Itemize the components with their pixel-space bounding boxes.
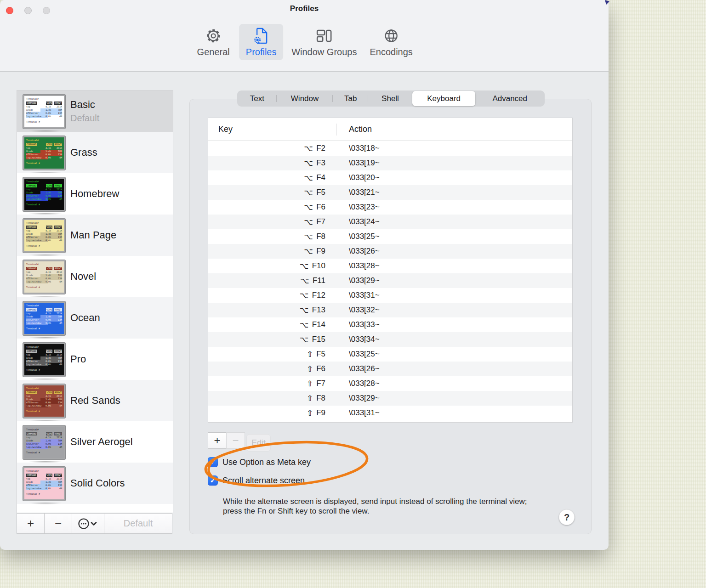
tab-tab[interactable]: Tab — [333, 91, 368, 106]
process-mem: 13M — [51, 236, 62, 239]
checked-checkbox[interactable]: ✓ — [208, 457, 218, 467]
profile-thumbnail: Terminal#COMMAND%CPURPRVTtop4.1%231KXcod… — [23, 177, 65, 211]
key-mapping-row[interactable]: ⌥F10\033[28~ — [208, 259, 572, 273]
column-divider[interactable] — [336, 124, 337, 136]
shift-key-icon: ⇧ — [307, 379, 313, 388]
profile-text: Red Sands — [70, 395, 120, 407]
profile-row-silver-aerogel[interactable]: Terminal#COMMAND%CPURPRVTtop4.1%231KXcod… — [17, 421, 173, 463]
shift-key-icon: ⇧ — [307, 408, 313, 418]
key-mapping-row[interactable]: ⌥F15\033[34~ — [208, 332, 572, 347]
key-mapping-row[interactable]: ⇧F9\033[31~ — [208, 406, 572, 420]
profile-row-ocean[interactable]: Terminal#COMMAND%CPURPRVTtop4.1%231KXcod… — [17, 297, 173, 339]
process-mem: 78M — [51, 108, 62, 112]
action-cell: \033[33~ — [325, 320, 380, 329]
thumbnail-title: Terminal# — [26, 221, 62, 225]
key-mapping-row[interactable]: ⇧F5\033[25~ — [208, 347, 572, 362]
key-mapping-row[interactable]: ⌥F12\033[31~ — [208, 288, 572, 303]
checkbox-row-use-option-as-meta-key[interactable]: ✓Use Option as Meta key — [208, 457, 311, 467]
key-mapping-row[interactable]: ⇧F6\033[26~ — [208, 362, 572, 376]
thumbnail-chip: RPRVT — [54, 308, 62, 311]
key-mapping-row[interactable]: ⌥F2\033[18~ — [208, 141, 572, 156]
thumbnail-process-row: ATSServer0.0%13M — [26, 277, 62, 280]
column-header-key[interactable]: Key — [208, 124, 233, 134]
thumbnail-chip: COMMAND — [26, 102, 37, 105]
profile-row-man-page[interactable]: Terminal#COMMAND%CPURPRVTtop4.1%231KXcod… — [17, 215, 173, 256]
key-cell: ⌥F14 — [208, 320, 325, 329]
thumbnail-chips: COMMAND%CPURPRVT — [26, 226, 62, 229]
key-mapping-row[interactable]: ⇧F7\033[28~ — [208, 376, 572, 391]
toolbar-item-profiles[interactable]: Profiles — [239, 24, 283, 60]
process-name: top — [26, 395, 42, 398]
thumbnail-process-row: Xcode1.4%78M — [26, 108, 62, 112]
toolbar-item-window-groups[interactable]: Window Groups — [287, 24, 361, 60]
table-header: Key Action — [208, 118, 572, 141]
process-cpu: 4.1% — [42, 229, 51, 232]
toolbar-item-general[interactable]: General — [191, 24, 235, 60]
tab-advanced[interactable]: Advanced — [475, 91, 544, 106]
thumbnail-chip: %CPU — [46, 474, 52, 477]
thumbnail-process-row: loginwindow0.0%4M — [26, 404, 62, 407]
process-cpu: 0.0% — [42, 322, 51, 325]
thumbnail-process-row: top4.1%231K — [26, 147, 62, 150]
option-key-icon: ⌥ — [304, 144, 313, 153]
tab-window[interactable]: Window — [277, 91, 333, 106]
key-mapping-row[interactable]: ⌥F9\033[26~ — [208, 244, 572, 259]
gear-icon — [204, 27, 222, 45]
key-mapping-row[interactable]: ⌥F11\033[29~ — [208, 273, 572, 288]
process-mem: 13M — [51, 277, 62, 280]
key-mapping-row[interactable]: ⌥F14\033[33~ — [208, 317, 572, 332]
profile-row-solid-colors[interactable]: Terminal#COMMAND%CPURPRVTtop4.1%231KXcod… — [17, 463, 173, 504]
profile-row-red-sands[interactable]: Terminal#COMMAND%CPURPRVTtop4.1%231KXcod… — [17, 380, 173, 421]
key-mapping-row[interactable]: ⌥F7\033[24~ — [208, 215, 572, 229]
thumbnail-chips: COMMAND%CPURPRVT — [26, 184, 62, 187]
process-mem: 231K — [51, 271, 62, 274]
key-mapping-row[interactable]: ⌥F3\033[19~ — [208, 156, 572, 170]
key-mapping-row[interactable]: ⌥F13\033[32~ — [208, 303, 572, 317]
toolbar-item-label: Profiles — [246, 47, 277, 57]
process-name: top — [26, 271, 42, 274]
process-name: loginwindow — [26, 363, 42, 366]
process-name: Xcode — [26, 274, 42, 277]
profile-row-homebrew[interactable]: Terminal#COMMAND%CPURPRVTtop4.1%231KXcod… — [17, 173, 173, 215]
process-mem: 78M — [51, 274, 62, 277]
add-key-button[interactable]: + — [208, 432, 227, 449]
key-name: F9 — [316, 408, 325, 418]
thumbnail-prompt: Terminal # — [26, 244, 62, 248]
process-mem: 231K — [51, 312, 62, 315]
key-mapping-row[interactable]: ⌥F5\033[21~ — [208, 185, 572, 200]
toolbar-item-encodings[interactable]: Encodings — [365, 24, 417, 60]
profile-name: Homebrew — [70, 188, 119, 200]
key-cell: ⇧F5 — [208, 350, 325, 359]
help-button[interactable]: ? — [559, 509, 575, 525]
remove-profile-button[interactable]: − — [44, 513, 72, 534]
process-mem: 4M — [51, 487, 62, 490]
key-mapping-row[interactable]: ⌥F8\033[25~ — [208, 229, 572, 244]
checked-checkbox[interactable]: ✓ — [208, 475, 218, 486]
profile-row-pro[interactable]: Terminal#COMMAND%CPURPRVTtop4.1%231KXcod… — [17, 339, 173, 380]
key-mapping-row[interactable]: ⇧F8\033[29~ — [208, 391, 572, 406]
process-name: loginwindow — [26, 239, 42, 242]
process-cpu: 0.0% — [42, 153, 51, 156]
checkbox-row-scroll-alternate-screen[interactable]: ✓Scroll alternate screen — [208, 475, 305, 486]
profile-row-novel[interactable]: Terminal#COMMAND%CPURPRVTtop4.1%231KXcod… — [17, 256, 173, 297]
profile-row-basic[interactable]: Terminal#COMMAND%CPURPRVTtop4.1%231KXcod… — [17, 90, 173, 132]
key-mapping-row[interactable]: ⌥F6\033[23~ — [208, 200, 572, 215]
process-cpu: 0.0% — [42, 487, 51, 490]
column-header-action[interactable]: Action — [349, 124, 372, 134]
thumbnail-process-row: ATSServer0.0%13M — [26, 194, 62, 198]
profile-menu-button[interactable] — [72, 513, 104, 534]
action-cell: \033[25~ — [325, 350, 380, 359]
option-key-icon: ⌥ — [300, 335, 309, 344]
tab-text[interactable]: Text — [238, 91, 277, 106]
key-cell: ⇧F6 — [208, 364, 325, 373]
process-cpu: 1.4% — [42, 232, 51, 236]
process-mem: 13M — [51, 401, 62, 404]
profile-row-grass[interactable]: Terminal#COMMAND%CPURPRVTtop4.1%231KXcod… — [17, 132, 173, 173]
default-profile-button[interactable]: Default — [104, 513, 172, 534]
process-cpu: 0.0% — [42, 239, 51, 242]
key-mapping-row[interactable]: ⌥F4\033[20~ — [208, 170, 572, 185]
tab-shell[interactable]: Shell — [368, 91, 412, 106]
process-name: ATSServer — [26, 194, 42, 198]
tab-keyboard[interactable]: Keyboard — [412, 91, 476, 106]
add-profile-button[interactable]: + — [17, 513, 45, 534]
